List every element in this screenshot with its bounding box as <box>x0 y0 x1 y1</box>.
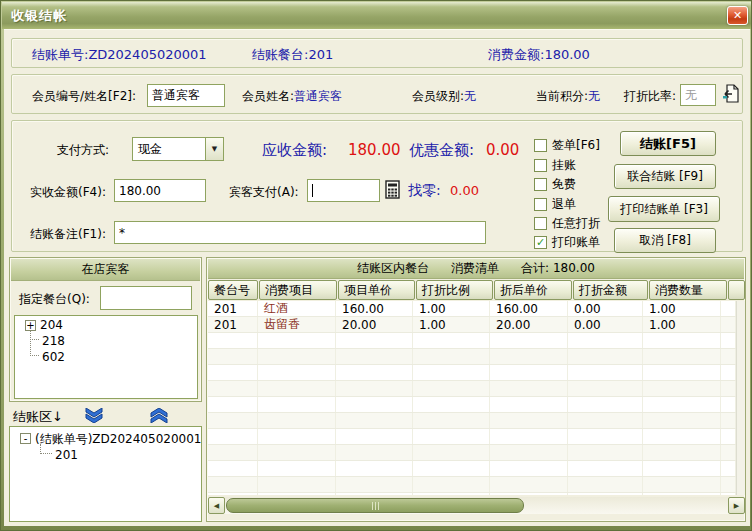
tree-item-201[interactable]: 201 <box>55 448 78 462</box>
discount-amount-value: 0.00 <box>486 141 519 159</box>
summary-bar: 结账单号:ZD202405020001 结账餐台:201 消费金额:180.00 <box>11 38 743 68</box>
column-header-item[interactable]: 消费项目 <box>259 280 337 300</box>
checkbox-sign[interactable]: 签单[F6] <box>534 137 600 154</box>
guest-panel-header: 在店宾客 <box>11 259 200 281</box>
checkout-window: 收银结帐 ✕ 结账单号:ZD202405020001 结账餐台:201 消费金额… <box>0 0 752 531</box>
horizontal-scrollbar[interactable]: ◀ ▶ <box>208 497 745 514</box>
cell-discount-amount: 0.00 <box>568 301 643 316</box>
guest-pay-field[interactable] <box>307 179 380 202</box>
column-header-filler <box>728 280 745 300</box>
checkbox-free[interactable]: 免费 <box>534 176 576 193</box>
bill-panel-header: 结账区内餐台 消费清单 合计: 180.00 <box>208 259 744 279</box>
scrollbar-grip <box>375 502 376 510</box>
receivable-value: 180.00 <box>348 141 401 159</box>
member-name: 会员姓名:普通宾客 <box>242 88 342 105</box>
bill-no-label: 结账单号: <box>32 47 88 62</box>
cell-quantity: 1.00 <box>643 301 721 316</box>
checkbox-label: 打印账单 <box>552 234 600 251</box>
checkbox-label: 免费 <box>552 176 576 193</box>
calculator-icon[interactable] <box>385 180 400 199</box>
tree-collapse-icon[interactable]: - <box>20 433 31 444</box>
tree-connector <box>30 331 39 356</box>
joint-settle-button[interactable]: 联合结账 [F9] <box>614 164 716 189</box>
bill-total: 合计: 180.00 <box>521 260 595 277</box>
member-level-value: 无 <box>464 89 476 103</box>
bill-no: 结账单号:ZD202405020001 <box>32 46 207 64</box>
table-row[interactable]: 201 红酒 160.00 1.00 160.00 0.00 1.00 <box>208 301 736 317</box>
table-search-label: 指定餐台(Q): <box>19 291 90 308</box>
note-field[interactable]: * <box>114 221 486 244</box>
change-label: 找零: <box>408 182 441 200</box>
discount-amount-label: 优惠金额: <box>409 141 474 160</box>
print-bill-button[interactable]: 打印结账单 [F3] <box>608 196 720 222</box>
move-up-icon[interactable] <box>149 408 169 423</box>
settle-button[interactable]: 结账[F5] <box>620 131 716 156</box>
tree-item-602[interactable]: 602 <box>42 350 65 364</box>
received-field[interactable]: 180.00 <box>114 179 206 202</box>
column-header-table-no[interactable]: 餐台号 <box>208 280 258 300</box>
column-header-quantity[interactable]: 消费数量 <box>649 280 727 300</box>
empty-row <box>208 381 736 397</box>
empty-row <box>208 333 736 349</box>
checkbox-box[interactable] <box>534 159 547 172</box>
bill-no-value: ZD202405020001 <box>88 47 206 62</box>
close-button[interactable]: ✕ <box>727 6 748 25</box>
column-header-unit-price[interactable]: 项目单价 <box>338 280 415 300</box>
discount-rate-field[interactable]: 无 <box>680 84 716 106</box>
cell-item: 红酒 <box>258 301 336 316</box>
apply-discount-icon[interactable] <box>720 83 740 105</box>
move-down-icon[interactable] <box>84 408 104 423</box>
pay-method-value: 现金 <box>133 141 205 158</box>
table-search-field[interactable] <box>100 286 192 310</box>
member-points: 当前积分:无 <box>536 88 600 105</box>
chevron-down-icon[interactable]: ▼ <box>205 138 223 160</box>
checkbox-label: 挂账 <box>552 157 576 174</box>
cell-table-no: 201 <box>208 317 258 332</box>
cell-table-no: 201 <box>208 301 258 316</box>
checkbox-any-discount[interactable]: 任意打折 <box>534 215 600 232</box>
member-name-value: 普通宾客 <box>294 89 342 103</box>
checkbox-refund[interactable]: 退单 <box>534 196 576 213</box>
empty-row <box>208 461 736 477</box>
checkbox-box[interactable] <box>534 217 547 230</box>
column-header-discount-amount[interactable]: 打折金额 <box>573 280 648 300</box>
bill-title-list: 消费清单 <box>451 260 499 277</box>
empty-row <box>208 365 736 381</box>
window-title: 收银结帐 <box>11 7 67 25</box>
tree-expand-icon[interactable]: + <box>25 320 36 331</box>
checkbox-box-checked[interactable]: ✓ <box>534 236 547 249</box>
cell-discount-ratio: 1.00 <box>413 301 490 316</box>
checkbox-print-bill[interactable]: ✓ 打印账单 <box>534 234 600 251</box>
member-id-label: 会员编号/姓名[F2]: <box>32 88 136 105</box>
receivable-label: 应收金额: <box>262 141 327 160</box>
member-id-value: 普通宾客 <box>152 87 200 104</box>
scroll-left-icon: ◀ <box>214 502 219 510</box>
tree-item-218[interactable]: 218 <box>42 334 65 348</box>
vertical-scrollbar[interactable] <box>736 301 745 495</box>
pay-method-combobox[interactable]: 现金 ▼ <box>132 137 224 161</box>
member-id-field[interactable]: 普通宾客 <box>147 84 225 107</box>
column-header-discount-ratio[interactable]: 打折比例 <box>416 280 493 300</box>
tree-item-204[interactable]: 204 <box>40 318 63 332</box>
table-row[interactable]: 201 齿留香 20.00 1.00 20.00 0.00 1.00 <box>208 317 736 333</box>
title-bar: 收银结帐 <box>2 2 752 29</box>
cell-discounted-price: 20.00 <box>490 317 568 332</box>
scrollbar-thumb[interactable] <box>226 498 524 513</box>
checkbox-label: 签单[F6] <box>552 137 600 154</box>
empty-row <box>208 413 736 429</box>
empty-row <box>208 477 736 493</box>
tree-item-bill[interactable]: (结账单号)ZD202405020001 <box>35 431 201 448</box>
bill-table-viewport: 201 红酒 160.00 1.00 160.00 0.00 1.00 201 … <box>208 301 736 495</box>
cancel-button[interactable]: 取消 [F8] <box>614 228 716 253</box>
scroll-right-button[interactable]: ▶ <box>728 497 745 514</box>
pay-method-label: 支付方式: <box>57 142 109 159</box>
checkbox-box[interactable] <box>534 198 547 211</box>
text-caret <box>312 184 313 197</box>
checkbox-box[interactable] <box>534 178 547 191</box>
column-header-discounted-price[interactable]: 折后单价 <box>494 280 572 300</box>
checkbox-credit[interactable]: 挂账 <box>534 157 576 174</box>
bill-total-value: 180.00 <box>553 261 595 275</box>
scroll-left-button[interactable]: ◀ <box>208 497 225 514</box>
checkbox-box[interactable] <box>534 139 547 152</box>
guest-pay-label: 宾客支付(A): <box>229 184 299 201</box>
